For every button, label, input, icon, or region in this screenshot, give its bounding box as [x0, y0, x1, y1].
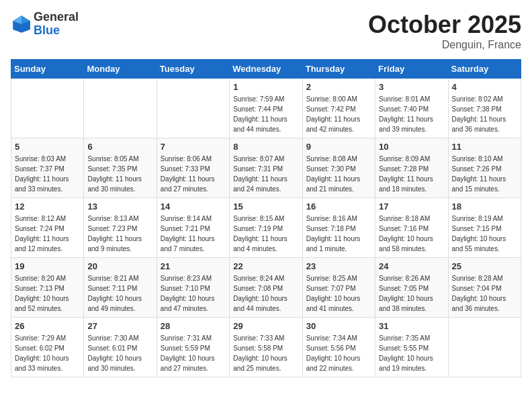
day-info: Sunrise: 8:05 AM Sunset: 7:35 PM Dayligh…: [87, 154, 152, 194]
day-number: 4: [452, 82, 517, 92]
logo: General Blue: [11, 11, 79, 38]
day-number: 1: [233, 82, 298, 92]
day-number: 15: [233, 201, 298, 212]
day-info: Sunrise: 8:00 AM Sunset: 7:42 PM Dayligh…: [306, 94, 371, 134]
day-number: 26: [15, 321, 80, 331]
day-number: 23: [306, 261, 371, 271]
calendar-cell: 2Sunrise: 8:00 AM Sunset: 7:42 PM Daylig…: [302, 79, 375, 138]
day-info: Sunrise: 8:23 AM Sunset: 7:10 PM Dayligh…: [161, 273, 226, 314]
calendar-cell: 12Sunrise: 8:12 AM Sunset: 7:24 PM Dayli…: [11, 198, 84, 258]
logo-icon: [11, 13, 32, 35]
calendar-cell: 6Sunrise: 8:05 AM Sunset: 7:35 PM Daylig…: [84, 138, 157, 198]
day-number: 3: [379, 82, 444, 92]
calendar-week-3: 12Sunrise: 8:12 AM Sunset: 7:24 PM Dayli…: [11, 198, 521, 258]
calendar-cell: 15Sunrise: 8:15 AM Sunset: 7:19 PM Dayli…: [230, 198, 302, 258]
calendar-cell: 27Sunrise: 7:30 AM Sunset: 6:01 PM Dayli…: [84, 318, 157, 377]
day-info: Sunrise: 7:30 AM Sunset: 6:01 PM Dayligh…: [87, 333, 152, 373]
day-number: 16: [306, 201, 371, 212]
day-info: Sunrise: 8:28 AM Sunset: 7:04 PM Dayligh…: [452, 273, 517, 314]
calendar-cell: [11, 79, 84, 138]
title-block: October 2025 Denguin, France: [368, 11, 521, 51]
day-info: Sunrise: 8:07 AM Sunset: 7:31 PM Dayligh…: [233, 154, 298, 194]
weekday-header-monday: Monday: [84, 60, 157, 79]
day-info: Sunrise: 7:35 AM Sunset: 5:55 PM Dayligh…: [379, 333, 444, 373]
calendar-cell: 9Sunrise: 8:08 AM Sunset: 7:30 PM Daylig…: [302, 138, 375, 198]
day-info: Sunrise: 8:16 AM Sunset: 7:18 PM Dayligh…: [306, 214, 371, 254]
day-number: 30: [306, 321, 371, 331]
day-number: 11: [452, 142, 517, 152]
day-number: 31: [379, 321, 444, 331]
calendar-cell: [448, 318, 521, 377]
calendar-cell: 31Sunrise: 7:35 AM Sunset: 5:55 PM Dayli…: [375, 318, 448, 377]
day-number: 9: [306, 142, 371, 152]
calendar-cell: 5Sunrise: 8:03 AM Sunset: 7:37 PM Daylig…: [11, 138, 84, 198]
day-number: 28: [161, 321, 226, 331]
day-number: 20: [87, 261, 152, 271]
day-info: Sunrise: 7:31 AM Sunset: 5:59 PM Dayligh…: [161, 333, 226, 373]
day-info: Sunrise: 8:14 AM Sunset: 7:21 PM Dayligh…: [161, 214, 226, 254]
location: Denguin, France: [368, 39, 521, 51]
weekday-header-saturday: Saturday: [448, 60, 521, 79]
day-number: 5: [15, 142, 80, 152]
day-info: Sunrise: 8:01 AM Sunset: 7:40 PM Dayligh…: [379, 94, 444, 134]
day-number: 25: [452, 261, 517, 271]
day-number: 27: [87, 321, 152, 331]
calendar-cell: 17Sunrise: 8:18 AM Sunset: 7:16 PM Dayli…: [375, 198, 448, 258]
calendar-cell: 22Sunrise: 8:24 AM Sunset: 7:08 PM Dayli…: [230, 258, 302, 318]
logo-text: General Blue: [34, 11, 79, 38]
calendar-cell: 11Sunrise: 8:10 AM Sunset: 7:26 PM Dayli…: [448, 138, 521, 198]
day-info: Sunrise: 8:12 AM Sunset: 7:24 PM Dayligh…: [15, 214, 80, 254]
logo-general-text: General: [34, 11, 79, 24]
day-info: Sunrise: 8:06 AM Sunset: 7:33 PM Dayligh…: [161, 154, 226, 194]
day-info: Sunrise: 8:26 AM Sunset: 7:05 PM Dayligh…: [379, 273, 444, 314]
calendar-week-5: 26Sunrise: 7:29 AM Sunset: 6:02 PM Dayli…: [11, 318, 521, 377]
calendar-cell: [84, 79, 157, 138]
calendar-cell: 8Sunrise: 8:07 AM Sunset: 7:31 PM Daylig…: [230, 138, 302, 198]
calendar-cell: 30Sunrise: 7:34 AM Sunset: 5:56 PM Dayli…: [302, 318, 375, 377]
day-number: 19: [15, 261, 80, 271]
calendar-cell: 16Sunrise: 8:16 AM Sunset: 7:18 PM Dayli…: [302, 198, 375, 258]
day-info: Sunrise: 8:08 AM Sunset: 7:30 PM Dayligh…: [306, 154, 371, 194]
day-info: Sunrise: 8:03 AM Sunset: 7:37 PM Dayligh…: [15, 154, 80, 194]
day-number: 21: [161, 261, 226, 271]
calendar-cell: 13Sunrise: 8:13 AM Sunset: 7:23 PM Dayli…: [84, 198, 157, 258]
day-number: 22: [233, 261, 298, 271]
weekday-header-wednesday: Wednesday: [230, 60, 302, 79]
calendar-cell: 7Sunrise: 8:06 AM Sunset: 7:33 PM Daylig…: [157, 138, 229, 198]
weekday-header-row: SundayMondayTuesdayWednesdayThursdayFrid…: [11, 60, 521, 79]
logo-blue-text: Blue: [34, 24, 79, 38]
calendar-cell: 20Sunrise: 8:21 AM Sunset: 7:11 PM Dayli…: [84, 258, 157, 318]
calendar-table: SundayMondayTuesdayWednesdayThursdayFrid…: [11, 59, 521, 377]
day-number: 29: [233, 321, 298, 331]
day-number: 6: [87, 142, 152, 152]
calendar-cell: 4Sunrise: 8:02 AM Sunset: 7:38 PM Daylig…: [448, 79, 521, 138]
calendar-cell: 18Sunrise: 8:19 AM Sunset: 7:15 PM Dayli…: [448, 198, 521, 258]
day-number: 13: [87, 201, 152, 212]
month-title: October 2025: [368, 11, 521, 39]
day-number: 17: [379, 201, 444, 212]
day-info: Sunrise: 7:59 AM Sunset: 7:44 PM Dayligh…: [233, 94, 298, 134]
calendar-cell: 14Sunrise: 8:14 AM Sunset: 7:21 PM Dayli…: [157, 198, 229, 258]
weekday-header-friday: Friday: [375, 60, 448, 79]
day-info: Sunrise: 8:10 AM Sunset: 7:26 PM Dayligh…: [452, 154, 517, 194]
calendar-cell: 29Sunrise: 7:33 AM Sunset: 5:58 PM Dayli…: [230, 318, 302, 377]
calendar-cell: 23Sunrise: 8:25 AM Sunset: 7:07 PM Dayli…: [302, 258, 375, 318]
day-number: 10: [379, 142, 444, 152]
calendar-cell: 21Sunrise: 8:23 AM Sunset: 7:10 PM Dayli…: [157, 258, 229, 318]
day-info: Sunrise: 8:24 AM Sunset: 7:08 PM Dayligh…: [233, 273, 298, 314]
day-number: 14: [161, 201, 226, 212]
day-info: Sunrise: 8:09 AM Sunset: 7:28 PM Dayligh…: [379, 154, 444, 194]
calendar-cell: 25Sunrise: 8:28 AM Sunset: 7:04 PM Dayli…: [448, 258, 521, 318]
day-number: 2: [306, 82, 371, 92]
day-info: Sunrise: 8:02 AM Sunset: 7:38 PM Dayligh…: [452, 94, 517, 134]
day-number: 7: [161, 142, 226, 152]
day-info: Sunrise: 8:19 AM Sunset: 7:15 PM Dayligh…: [452, 214, 517, 254]
calendar-cell: 28Sunrise: 7:31 AM Sunset: 5:59 PM Dayli…: [157, 318, 229, 377]
weekday-header-sunday: Sunday: [11, 60, 84, 79]
day-info: Sunrise: 7:33 AM Sunset: 5:58 PM Dayligh…: [233, 333, 298, 373]
day-info: Sunrise: 7:34 AM Sunset: 5:56 PM Dayligh…: [306, 333, 371, 373]
page-header: General Blue October 2025 Denguin, Franc…: [11, 11, 521, 51]
day-number: 24: [379, 261, 444, 271]
day-info: Sunrise: 8:21 AM Sunset: 7:11 PM Dayligh…: [87, 273, 152, 314]
day-info: Sunrise: 8:20 AM Sunset: 7:13 PM Dayligh…: [15, 273, 80, 314]
